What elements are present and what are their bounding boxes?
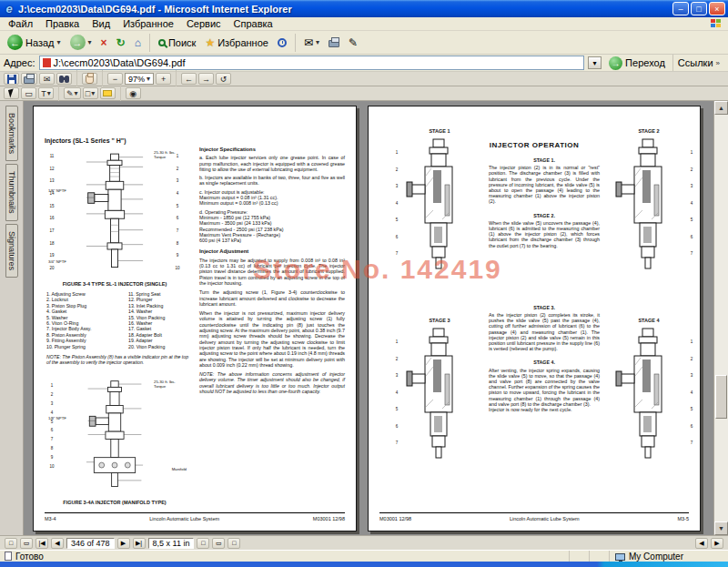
print-button[interactable] <box>325 35 343 49</box>
menu-item[interactable]: Справка <box>228 18 279 29</box>
callout-number: 6 <box>174 216 181 220</box>
footer-page-number: M3-5 <box>677 516 689 521</box>
select-tool-button[interactable] <box>4 87 19 99</box>
stage-callouts: 1234567 <box>688 339 695 445</box>
continuous-view-button[interactable]: ▭ <box>212 538 225 549</box>
zoom-dropdown-icon: ▾ <box>147 75 150 83</box>
links-chevron-icon: » <box>716 59 720 67</box>
first-page-button[interactable]: |◀ <box>35 538 48 549</box>
search-button[interactable]: Поиск <box>155 35 199 50</box>
acrobat-save-button[interactable] <box>4 73 19 85</box>
callout-number: 4 <box>174 191 181 196</box>
stage-callouts: 1234567 <box>393 150 400 256</box>
next-page-button[interactable]: ▶ <box>117 538 130 549</box>
callout-number: 5 <box>393 407 400 411</box>
footer-title: Lincoln Automatic Lube System <box>149 516 219 521</box>
figure-3-4: 11121314151617181920 12345678910 <box>46 148 183 278</box>
stop-button[interactable]: × <box>97 35 111 50</box>
menu-item[interactable]: Сервис <box>180 18 228 29</box>
footer-doc-number: M03001 12/98 <box>379 516 411 521</box>
adjustment-note: NOTE: The above information concerns adj… <box>199 371 345 394</box>
figure-3-4a: 12345678910 <box>46 380 183 496</box>
vertical-scrollbar[interactable]: ▲ ▼ <box>713 101 728 535</box>
acrobat-email-button[interactable]: ✉ <box>39 73 55 85</box>
mail-button[interactable]: ✉ ▾ <box>300 35 323 50</box>
facing-view-button[interactable]: □ <box>228 538 240 549</box>
links-button[interactable]: Ссылки » <box>672 55 724 71</box>
note-tool-button[interactable]: □ ▾ <box>83 87 98 99</box>
previous-view-button[interactable]: ← <box>181 73 197 85</box>
part-item: 10. Plunger Spring <box>46 344 119 349</box>
previous-page-button[interactable]: ◀ <box>51 538 64 549</box>
scroll-track[interactable] <box>714 115 728 521</box>
zoom-out-button[interactable]: − <box>107 73 123 85</box>
zoom-level-dropdown[interactable]: 97% ▾ <box>125 73 154 85</box>
page-indicator[interactable]: 346 of 478 <box>66 538 115 549</box>
scroll-right-button[interactable]: ▶ <box>711 538 723 549</box>
callout-number: 4 <box>393 390 400 395</box>
edit-button[interactable]: ✎ <box>345 35 361 50</box>
stage-4-text-block: STAGE 4. After venting, the injector spr… <box>489 359 600 412</box>
zoom-in-button[interactable]: + <box>156 73 171 85</box>
home-button[interactable]: ⌂ <box>131 35 145 50</box>
crop-tool-button[interactable]: ▭ <box>21 87 36 99</box>
windows-taskbar[interactable] <box>0 562 728 567</box>
minimize-button[interactable]: – <box>672 2 689 15</box>
scroll-up-button[interactable]: ▲ <box>714 101 728 115</box>
scroll-thumb[interactable] <box>715 375 727 419</box>
address-dropdown[interactable]: ▾ <box>588 56 602 69</box>
figure-3-4-caption: FIGURE 3-4 TYPE SL-1 INJECTOR (SINGLE) <box>37 281 192 287</box>
next-view-button[interactable]: → <box>198 73 214 85</box>
stage-heading: STAGE 1. <box>489 157 600 163</box>
parts-list-col1: 1. Adjusting Screw2. Locknut3. Piston St… <box>46 291 119 349</box>
pencil-tool-button[interactable]: ✎ ▾ <box>64 87 81 99</box>
favorites-button[interactable]: ★ Избранное <box>201 35 272 51</box>
status-tool-button[interactable]: □ <box>5 538 17 549</box>
rotate-view-button[interactable]: ↺ <box>216 73 231 85</box>
sidebar-tab[interactable]: Bookmarks <box>5 106 18 161</box>
windows-flag-icon <box>711 19 721 27</box>
hand-tool-button[interactable] <box>82 73 97 85</box>
status-tool-button[interactable]: ▭ <box>20 538 33 549</box>
menu-item[interactable]: Файл <box>2 18 39 29</box>
callout-number: 9 <box>174 253 181 258</box>
address-input[interactable]: J:\cecm0203\Data\DG694.pdf <box>39 56 585 70</box>
callout-number: 20 <box>48 266 56 270</box>
callout-number: 7 <box>393 251 400 256</box>
toolbar-separator <box>176 70 177 88</box>
acrobat-print-button[interactable] <box>21 73 37 85</box>
close-button[interactable]: × <box>709 2 725 15</box>
text-select-tool-button[interactable]: T ▾ <box>38 87 54 99</box>
spec-item: a. Each lube injector services only one … <box>199 155 345 172</box>
stage-text-column: STAGE 1. The injector piston (2) is in i… <box>489 157 600 420</box>
callout-number: 7 <box>174 228 181 233</box>
sidebar-tab[interactable]: Thumbnails <box>5 164 18 221</box>
single-page-view-button[interactable]: □ <box>197 538 209 549</box>
status-text: Готово <box>15 552 44 562</box>
highlight-tool-button[interactable] <box>100 87 116 99</box>
back-button[interactable]: ← Назад ▾ <box>4 33 65 52</box>
print-icon <box>24 76 35 84</box>
forward-button[interactable]: → ▾ <box>66 33 96 52</box>
menu-item[interactable]: Вид <box>86 18 116 29</box>
acrobat-search-button[interactable] <box>56 73 72 85</box>
callout-number: 2 <box>688 167 695 172</box>
callout-number: 6 <box>393 235 400 239</box>
callout-number: 1 <box>393 150 400 155</box>
scroll-down-button[interactable]: ▼ <box>714 521 728 535</box>
page-size-indicator: 8,5 x 11 in <box>148 538 195 549</box>
last-page-button[interactable]: ▶| <box>133 538 146 549</box>
adjustment-paragraph: When the injector is not pressurized, ma… <box>199 310 345 368</box>
toolbar-separator <box>120 85 121 103</box>
menu-item[interactable]: Правка <box>39 18 86 29</box>
go-button[interactable]: → Переход <box>605 56 669 70</box>
menu-item[interactable]: Избранное <box>116 18 180 29</box>
scroll-left-button[interactable]: ◀ <box>695 538 708 549</box>
sidebar-tab[interactable]: Signatures <box>5 224 18 278</box>
refresh-button[interactable]: ↻ <box>113 35 129 50</box>
history-button[interactable] <box>274 36 290 49</box>
browser-window: e J:\cecm0203\Data\DG694.pdf - Microsoft… <box>0 0 728 567</box>
callout-number: 16 <box>48 216 56 220</box>
stamp-tool-button[interactable]: ◉ <box>126 87 141 99</box>
maximize-button[interactable]: □ <box>691 2 707 15</box>
